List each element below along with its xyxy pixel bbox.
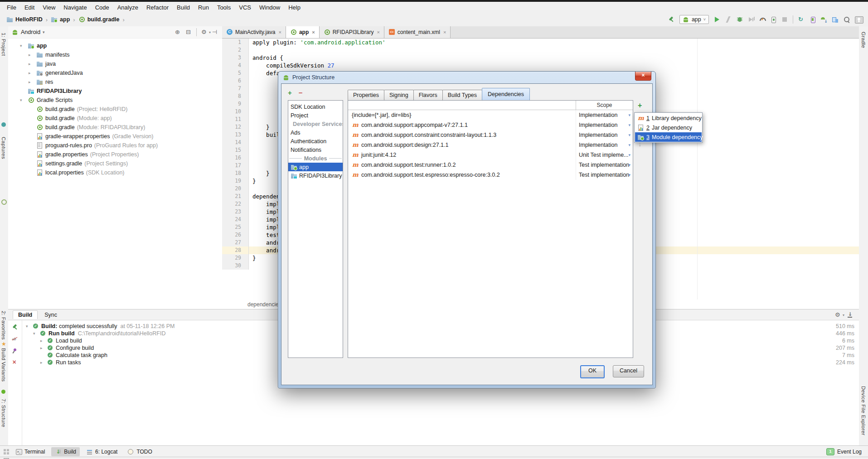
add-module-icon[interactable]: +: [288, 89, 292, 96]
tree-item[interactable]: proguard-rules.pro (ProGuard Rules for a…: [8, 141, 222, 150]
build-variants-dot-icon[interactable]: [1, 390, 5, 394]
tree-item[interactable]: gradle-wrapper.properties (Gradle Versio…: [8, 132, 222, 141]
menu-item[interactable]: Tools: [213, 3, 235, 12]
tool-strip-project[interactable]: 1: Project: [1, 33, 6, 56]
menu-item[interactable]: Help: [284, 3, 305, 12]
tree-item[interactable]: ▸ res: [8, 77, 222, 87]
scope-dropdown[interactable]: Test implementation: [576, 170, 632, 180]
tree-item[interactable]: build.gradle (Project: HelloRFID): [8, 105, 222, 114]
build-hammer-icon[interactable]: [668, 16, 675, 23]
avd-manager-icon[interactable]: [809, 16, 816, 23]
tree-item[interactable]: ▸ generatedJava: [8, 68, 222, 77]
profile-avatar-icon[interactable]: [854, 16, 863, 23]
tab-build[interactable]: Build: [13, 310, 38, 319]
menu-item[interactable]: Analyze: [113, 3, 142, 12]
remove-module-icon[interactable]: −: [299, 89, 303, 96]
menu-item[interactable]: Edit: [20, 3, 39, 12]
cancel-button[interactable]: Cancel: [613, 365, 644, 377]
dialog-close-button[interactable]: [635, 72, 651, 81]
code-line[interactable]: 3 android {: [222, 54, 859, 62]
menu-item[interactable]: VCS: [235, 3, 255, 12]
gradle-sync-icon[interactable]: [798, 16, 805, 23]
expand-chevron-icon[interactable]: ▾: [33, 331, 40, 336]
tool-window-switcher-icon[interactable]: [4, 449, 9, 454]
scroll-to-end-icon[interactable]: [847, 312, 853, 318]
scope-dropdown[interactable]: Implementation: [576, 130, 632, 140]
tree-item[interactable]: ▾ app: [8, 41, 222, 50]
close-icon[interactable]: [443, 29, 446, 35]
event-log-button[interactable]: 1 Event Log: [826, 448, 868, 455]
gear-icon[interactable]: [201, 29, 208, 35]
code-line[interactable]: 1 apply plugin: 'com.android.application…: [222, 39, 859, 46]
filter-icon[interactable]: [12, 336, 19, 342]
expand-chevron-icon[interactable]: ▸: [40, 360, 47, 365]
gear-icon[interactable]: [834, 312, 841, 318]
close-icon[interactable]: [278, 29, 281, 35]
tool-strip-captures[interactable]: Captures: [1, 137, 6, 159]
menu-item[interactable]: Navigate: [59, 3, 91, 12]
sidebar-list-item[interactable]: SDK Location: [288, 102, 343, 111]
collapse-all-icon[interactable]: [185, 29, 192, 35]
dialog-tab[interactable]: Build Types: [442, 90, 482, 100]
tool-window-button[interactable]: Build: [51, 447, 80, 456]
resource-manager-icon[interactable]: [1, 122, 6, 127]
breadcrumb-item[interactable]: HelloRFID: [6, 16, 43, 23]
sidebar-list-item[interactable]: app: [288, 163, 343, 171]
expand-chevron-icon[interactable]: ▸: [29, 53, 36, 57]
tree-item[interactable]: build.gradle (Module: app): [8, 114, 222, 123]
scope-dropdown[interactable]: Implementation: [576, 110, 632, 120]
expand-chevron-icon[interactable]: ▾: [20, 98, 28, 102]
tree-item[interactable]: ▾ Gradle Scripts: [8, 96, 222, 105]
dialog-tab[interactable]: Dependencies: [482, 88, 530, 100]
dialog-tab[interactable]: Signing: [384, 90, 414, 100]
device-file-explorer-icon[interactable]: [832, 16, 839, 23]
dialog-tab[interactable]: Flavors: [413, 90, 443, 100]
sidebar-list-item[interactable]: Authentication: [288, 137, 343, 145]
attach-debugger-icon[interactable]: [770, 16, 777, 23]
close-icon[interactable]: [12, 359, 19, 366]
dependency-row[interactable]: {include=[*.jar], dir=libs} Implementati…: [348, 110, 633, 120]
expand-chevron-icon[interactable]: ▾: [26, 324, 33, 329]
tree-item[interactable]: ▸ manifests: [8, 50, 222, 59]
sidebar-list-item[interactable]: Project: [288, 111, 343, 120]
expand-chevron-icon[interactable]: ▸: [29, 62, 36, 66]
expand-chevron-icon[interactable]: ▸: [29, 80, 36, 84]
tool-strip-gradle[interactable]: Gradle: [861, 32, 866, 48]
search-everywhere-icon[interactable]: [843, 16, 850, 23]
project-view-selector[interactable]: Android: [21, 29, 40, 35]
dialog-tab[interactable]: Properties: [348, 90, 384, 100]
menu-item[interactable]: Window: [255, 3, 284, 12]
debug-icon[interactable]: [736, 16, 743, 23]
tool-window-button[interactable]: 6: Logcat: [82, 447, 121, 456]
tab-sync[interactable]: Sync: [39, 311, 62, 319]
scope-dropdown[interactable]: Unit Test impleme...: [576, 150, 632, 160]
close-icon[interactable]: [377, 29, 379, 35]
favorites-star-icon[interactable]: [1, 341, 8, 348]
menu-item[interactable]: View: [39, 3, 59, 12]
scope-dropdown[interactable]: Test implementation: [576, 160, 632, 170]
editor-tab[interactable]: MainActivity.java: [222, 26, 286, 38]
dependency-row[interactable]: com.android.support.constraint:constrain…: [348, 130, 633, 140]
scope-dropdown[interactable]: Implementation: [576, 140, 632, 150]
dialog-title-bar[interactable]: Project Structure: [278, 72, 655, 83]
add-dependency-icon[interactable]: +: [638, 102, 642, 109]
close-icon[interactable]: [312, 29, 315, 35]
stop-icon[interactable]: [781, 16, 788, 23]
popup-menu-item[interactable]: 2 Jar dependency: [635, 123, 702, 132]
tree-item[interactable]: build.gradle (Module: RFIDAPI3Library): [8, 123, 222, 132]
editor-tab[interactable]: app: [286, 26, 320, 38]
expand-chevron-icon[interactable]: ▸: [40, 346, 47, 350]
tool-strip-favorites[interactable]: 2: Favorites: [1, 311, 6, 340]
hide-panel-icon[interactable]: [212, 29, 218, 35]
tree-item[interactable]: local.properties (SDK Location): [8, 168, 222, 177]
sdk-manager-icon[interactable]: [820, 16, 827, 23]
ok-button[interactable]: OK: [580, 365, 605, 378]
menu-item[interactable]: Code: [91, 3, 113, 12]
rerun-build-icon[interactable]: [12, 324, 19, 330]
popup-menu-item[interactable]: 1 Library dependency: [635, 113, 702, 123]
sidebar-list-item[interactable]: Developer Services: [288, 120, 343, 128]
code-line[interactable]: 2: [222, 46, 859, 54]
tree-item[interactable]: ▸ java: [8, 59, 222, 68]
tree-item[interactable]: RFIDAPI3Library: [8, 87, 222, 96]
menu-item[interactable]: Run: [194, 3, 213, 12]
